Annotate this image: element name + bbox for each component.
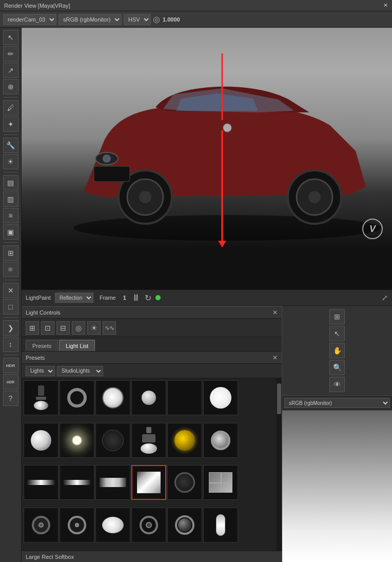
presets-header: Presets ✕ — [22, 352, 282, 364]
tool-image2-icon[interactable]: ▥ — [3, 191, 18, 207]
preset-cell-0-2[interactable] — [95, 380, 130, 415]
left-panel: ↖ ✏ ↗ ⊕ 🖊 ✦ 🔧 ☀ ▤ ▥ ≡ ▣ ⊞ ⚛ ✕ □ ❯ ↕ HDR … — [0, 28, 22, 562]
close-icon[interactable]: ✕ — [383, 2, 388, 9]
presets-scrollbar[interactable] — [277, 378, 282, 551]
frame-label: Frame — [100, 295, 116, 301]
tool-hdr-icon[interactable]: HDR — [3, 358, 18, 373]
lc-rotate-icon[interactable]: ◎ — [72, 321, 85, 335]
light-controls-toolbar: ⊞ ⊡ ⊟ ◎ ☀ ∿∿ — [22, 319, 282, 337]
tool-chevron-icon[interactable]: ❯ — [3, 320, 18, 336]
preset-cell-0-3[interactable] — [131, 380, 166, 415]
tool-grid-icon[interactable]: ⊞ — [3, 245, 18, 261]
tabs-bar: Presets Light List — [22, 337, 282, 352]
lightpaint-button[interactable]: LightPaint — [26, 295, 51, 301]
preset-cell-3-3[interactable] — [131, 508, 166, 542]
preset-cell-3-2[interactable] — [95, 508, 130, 542]
tool-layers-icon[interactable]: ≡ — [3, 208, 18, 223]
tool-paint-icon[interactable]: 🖊 — [3, 100, 18, 115]
lc-sun-icon[interactable]: ☀ — [87, 321, 101, 335]
presets-set-select[interactable]: StudioLights — [57, 366, 103, 376]
tool-question-icon[interactable]: ? — [3, 391, 18, 406]
tool-wrench-icon[interactable]: 🔧 — [3, 138, 18, 153]
pause-button[interactable]: ⏸ — [131, 293, 141, 303]
presets-grid-container — [22, 378, 282, 551]
refresh-button[interactable]: ↻ — [145, 293, 151, 303]
camera-select[interactable]: renderCam_03 — [3, 14, 56, 25]
render-viewport: V — [22, 28, 392, 248]
lc-move-icon[interactable]: ⊞ — [26, 321, 39, 335]
preset-cell-2-0[interactable] — [24, 465, 58, 500]
preset-cell-3-1[interactable] — [60, 508, 94, 542]
color-space-select[interactable]: sRGB (rgbMonitor) — [58, 14, 122, 25]
tab-light-list[interactable]: Light List — [59, 340, 95, 351]
preset-cell-1-1[interactable] — [60, 423, 94, 458]
color-mode-select[interactable]: HSV — [124, 14, 151, 25]
preset-cell-0-1[interactable] — [60, 380, 94, 415]
tool-atom-icon[interactable]: ⚛ — [3, 262, 18, 277]
light-controls-header: Light Controls ✕ — [22, 306, 282, 319]
light-controls-title: Light Controls — [26, 309, 61, 316]
preset-cell-0-0[interactable] — [24, 380, 58, 415]
tool-select-icon[interactable]: ↗ — [3, 63, 18, 78]
right-icon-panel: ⊞ ↖ ✋ 🔍 👁 — [282, 306, 392, 396]
lower-right-panel: ⊞ ↖ ✋ 🔍 👁 sRGB (rgbMonitor) — [282, 306, 392, 562]
divider-1 — [4, 97, 18, 98]
preset-cell-3-5[interactable] — [203, 508, 238, 542]
presets-close[interactable]: ✕ — [272, 354, 278, 361]
divider-2 — [4, 134, 18, 135]
tool-image-icon[interactable]: ▤ — [3, 175, 18, 190]
preset-cell-3-0[interactable] — [24, 508, 58, 542]
right-cursor-icon[interactable]: ↖ — [329, 326, 345, 341]
main-layout: ↖ ✏ ↗ ⊕ 🖊 ✦ 🔧 ☀ ▤ ▥ ≡ ▣ ⊞ ⚛ ✕ □ ❯ ↕ HDR … — [0, 28, 392, 562]
divider-6 — [4, 317, 18, 318]
preset-cell-1-0[interactable] — [24, 423, 58, 458]
preset-cell-1-3[interactable] — [131, 423, 166, 458]
tool-square-icon[interactable]: □ — [3, 299, 18, 315]
content-area: V LightPaint Reflection Frame 1 ⏸ ↻ ⤢ — [22, 28, 392, 562]
right-eye-icon[interactable]: 👁 — [329, 377, 345, 392]
preset-cell-1-5[interactable] — [203, 423, 238, 458]
tool-light-icon[interactable]: ☀ — [3, 154, 18, 169]
right-hand-icon[interactable]: ✋ — [329, 343, 345, 358]
frame-value: 1 — [123, 295, 126, 301]
preset-cell-1-2[interactable] — [95, 423, 130, 458]
light-controls-panel: Light Controls ✕ ⊞ ⊡ ⊟ ◎ ☀ ∿∿ — [22, 306, 282, 337]
right-grid-icon[interactable]: ⊞ — [329, 309, 345, 324]
preset-cell-2-4[interactable] — [167, 465, 202, 500]
presets-grid — [22, 378, 277, 551]
preset-cell-0-5[interactable] — [203, 380, 238, 415]
presets-toolbar: Lights StudioLights — [22, 364, 282, 378]
preset-cell-2-3[interactable] — [131, 465, 166, 500]
tool-transform-icon[interactable]: ⊕ — [3, 79, 18, 94]
viewport-bottom-strip — [22, 248, 392, 289]
reflection-select[interactable]: Reflection — [55, 293, 93, 303]
light-controls-close[interactable]: ✕ — [272, 309, 278, 316]
divider-3 — [4, 172, 18, 172]
svg-point-8 — [103, 154, 111, 163]
tool-close-icon[interactable]: ✕ — [3, 283, 18, 298]
preset-cell-2-5[interactable] — [203, 465, 238, 500]
right-gradient-fill — [282, 411, 392, 562]
tab-presets[interactable]: Presets — [26, 340, 58, 351]
expand-viewport-button[interactable]: ⤢ — [382, 294, 388, 302]
lc-transform-icon[interactable]: ⊟ — [56, 321, 70, 335]
tool-pen-icon[interactable]: ✏ — [3, 46, 18, 62]
tool-move-icon[interactable]: ↕ — [3, 337, 18, 352]
presets-category-select[interactable]: Lights — [26, 366, 55, 376]
tool-frame-icon[interactable]: ▣ — [3, 224, 18, 240]
lc-wave-icon[interactable]: ∿∿ — [103, 321, 116, 335]
right-color-space-select[interactable]: sRGB (rgbMonitor) — [284, 398, 390, 408]
right-search-icon[interactable]: 🔍 — [329, 360, 345, 375]
preset-cell-2-2[interactable] — [95, 465, 130, 500]
tool-hdr2-icon[interactable]: HDR — [3, 374, 18, 390]
preset-cell-1-4[interactable] — [167, 423, 202, 458]
preset-cell-2-1[interactable] — [60, 465, 94, 500]
title-bar-title: Render View [Maya|VRay] — [4, 3, 70, 9]
tool-star-icon[interactable]: ✦ — [3, 117, 18, 132]
tool-arrow-icon[interactable]: ↖ — [3, 30, 18, 45]
lc-add-icon[interactable]: ⊡ — [41, 321, 54, 335]
preset-cell-0-4[interactable] — [167, 380, 202, 415]
preset-cell-3-4[interactable] — [167, 508, 202, 542]
title-bar: Render View [Maya|VRay] ✕ — [0, 0, 392, 11]
svg-rect-9 — [94, 166, 130, 182]
